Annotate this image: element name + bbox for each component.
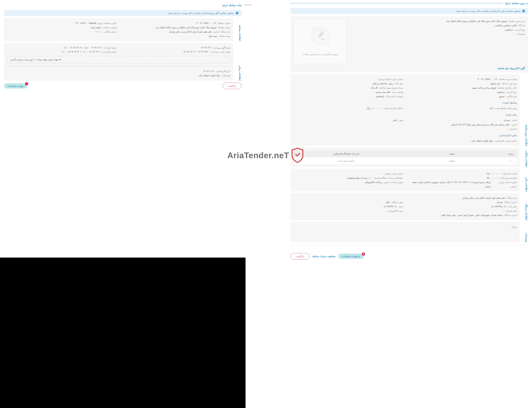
notes-panel: شرح:- [291, 222, 520, 242]
black-region [0, 258, 245, 408]
left-page: ۱۵:۲۲:۵۱ ئیات معامله حراج i بمنظور مشاهد… [0, 0, 245, 408]
th-row: ردیف [505, 150, 517, 157]
tab-deal-info: اطلاعات معامله [235, 18, 241, 41]
gavel-icon [304, 23, 336, 48]
attach-count-badge: ۹ [362, 252, 365, 256]
back-button-right[interactable]: بازگشت [291, 253, 309, 260]
owners-panel: ردیف ماهیت نام و نام خانوادگی/نام تجاری … [291, 148, 520, 167]
info-icon: i [236, 12, 239, 15]
watermark-text: AriaTender.neT [227, 151, 289, 160]
table-row: ۱ حقیقی محسن کرمی زاده [293, 157, 517, 164]
top-preview-row: شرح مورد معامله:فروش ملک عادی بدون پلاک … [291, 16, 528, 73]
dot-icon [60, 59, 61, 60]
tab-time-info: اطلاعات زمانی [235, 43, 241, 81]
details-link[interactable]: مشاهده جزئیات معامله [312, 255, 336, 258]
th-type: ماهیت [399, 150, 505, 157]
deal-info-panel: شماره معامله:۳۰۰۳۱۰۲۹۵۷۰۰۰۰۱۳ عنوان معام… [4, 18, 233, 41]
th-name: نام و نام خانوادگی/نام تجاری [293, 150, 399, 157]
right-page: ت مورد معامله حراج i بمنظور مشاهده نظریه… [287, 0, 532, 408]
attachments-button-right[interactable]: ی پیوست مستندات ۹ [339, 254, 364, 259]
tab-notes: توضیحات [522, 222, 528, 242]
back-button-left[interactable]: بازگشت [223, 83, 241, 89]
attachments-button-left[interactable]: پیوست مستندات ۰ [4, 83, 27, 88]
timestamp: ۱۵:۲۲:۵۱ [244, 4, 252, 6]
agahi-link[interactable]: آگهی الکترونیک قوه قضائیه [497, 67, 525, 70]
info-icon: i [522, 10, 525, 12]
owners-table: ردیف ماهیت نام و نام خانوادگی/نام تجاری … [293, 150, 517, 164]
time-info-panel: تاریخ آگهی روزنامه:۱۴۰۳/۰۳/۰۲ مهلت بازدی… [4, 43, 233, 81]
attach-count-badge-left: ۰ [25, 82, 28, 85]
watermark: AriaTender.neT [227, 147, 305, 163]
financial-panel: قیمت پایه(ریال):۹,۵۰۰,۰۰۰,۰۰۰ مبلغ تضمین… [291, 169, 520, 192]
image-preview-box: پیش نمایش در دسترس نیست [293, 19, 347, 64]
right-section-title: ت مورد معامله حراج [291, 0, 528, 6]
transaction-info-panel: شماره مورد معامله:۳۰۰۳۱۰۲۹۵۷۰۰۰۰۱۲ نوع م… [291, 74, 520, 146]
variz-note-box: مهلت واریز بهای مزایده ۳۰ روز پس از تاری… [7, 56, 230, 63]
shield-icon [290, 147, 305, 163]
tab-agency: اطلاعات دستگاه [522, 193, 528, 220]
left-section-title: ئیات معامله حراج [4, 2, 241, 8]
preview-panel: شرح مورد معامله:فروش ملک عادی بدون پلاک … [291, 16, 528, 73]
info-bar-left: i بمنظور مشاهده آگهی روزنامه/اسناد معامل… [4, 10, 241, 16]
info-bar-right: i بمنظور مشاهده نظریه کارشناسی معامله به… [291, 8, 528, 14]
agency-panel: نام دستگاه:دفتر شعبه اول اجرای احکام مدن… [291, 193, 520, 220]
tab-owners: اطلاعات مالکان [522, 148, 528, 167]
tab-transaction-info: اطلاعات مورد معامله [522, 74, 528, 146]
tab-financial: اطلاعات مالی [522, 169, 528, 192]
